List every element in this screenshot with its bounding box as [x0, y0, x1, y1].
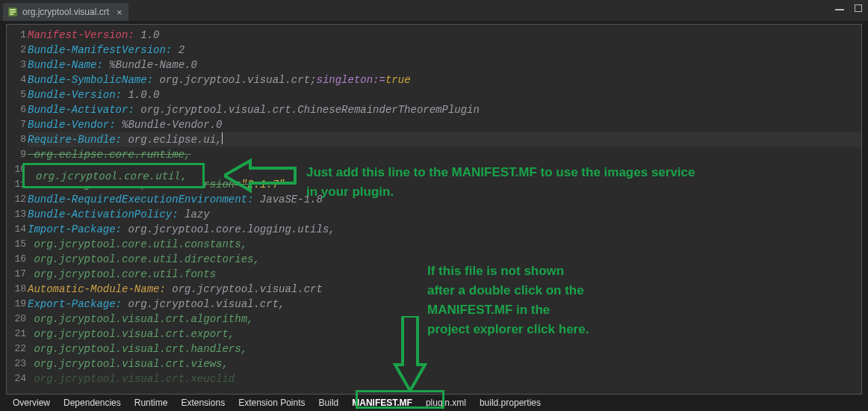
line-number: 18 — [7, 282, 28, 297]
code-line[interactable]: com.lowagie.itext;bundle-version="2.1.7" — [28, 177, 861, 192]
code-line[interactable]: Bundle-RequiredExecutionEnvironment: Jav… — [28, 192, 861, 207]
line-number: 9 — [7, 147, 28, 162]
line-number: 6 — [7, 102, 28, 117]
manifest-file-icon — [7, 7, 18, 17]
line-number: 17 — [7, 267, 28, 282]
line-number: 1 — [7, 28, 28, 43]
bottom-tab-dependencies[interactable]: Dependencies — [57, 398, 128, 408]
line-number: 3 — [7, 58, 28, 72]
line-number: 7 — [7, 117, 28, 132]
code-line[interactable]: Export-Package: org.jcryptool.visual.crt… — [28, 297, 861, 312]
code-line[interactable]: org.jcryptool.core.util.constants, — [28, 237, 861, 252]
code-line[interactable]: Bundle-Name: %Bundle-Name.0 — [28, 58, 861, 72]
code-area[interactable]: Manifest-Version: 1.0Bundle-ManifestVers… — [28, 25, 861, 386]
line-number: 2 — [7, 43, 28, 58]
minimize-icon[interactable] — [835, 9, 844, 10]
line-number: 4 — [7, 72, 28, 87]
line-number: 23 — [7, 356, 28, 371]
line-number: 16 — [7, 252, 28, 267]
code-line[interactable]: org.jcryptool.visual.crt.xeuclid — [28, 371, 861, 386]
code-line[interactable]: Manifest-Version: 1.0 — [28, 28, 861, 43]
bottom-tab-bar: OverviewDependenciesRuntimeExtensionsExt… — [6, 396, 862, 410]
svg-rect-3 — [10, 13, 13, 15]
line-number: 10 — [7, 162, 28, 177]
code-line[interactable]: Bundle-ActivationPolicy: lazy — [28, 207, 861, 222]
maximize-icon[interactable] — [855, 4, 862, 12]
code-line[interactable]: Bundle-Version: 1.0.0 — [28, 87, 861, 102]
bottom-tab-plugin-xml[interactable]: plugin.xml — [419, 398, 473, 408]
code-line[interactable]: org.jcryptool.visual.crt.handlers, — [28, 342, 861, 356]
code-line[interactable]: Import-Package: org.jcryptool.core.loggi… — [28, 222, 861, 237]
editor-tab[interactable]: org.jcryptool.visual.crt × — [3, 3, 128, 21]
bottom-tab-extension-points[interactable]: Extension Points — [232, 398, 311, 408]
code-line[interactable] — [28, 162, 861, 177]
code-line[interactable]: org.jcryptool.visual.crt.views, — [28, 356, 861, 371]
code-line[interactable]: org.eclipse.core.runtime, — [28, 147, 861, 162]
code-line[interactable]: Bundle-ManifestVersion: 2 — [28, 43, 861, 58]
line-number: 20 — [7, 312, 28, 327]
code-line[interactable]: Bundle-SymbolicName: org.jcryptool.visua… — [28, 72, 861, 87]
line-number: 19 — [7, 297, 28, 312]
svg-rect-2 — [10, 11, 16, 13]
line-number: 8 — [7, 132, 28, 147]
line-number: 13 — [7, 207, 28, 222]
bottom-tab-build[interactable]: Build — [312, 398, 346, 408]
editor-tab-bar: org.jcryptool.visual.crt × — [0, 0, 868, 21]
window-controls — [835, 4, 862, 12]
code-line[interactable]: Bundle-Vendor: %Bundle-Vendor.0 — [28, 117, 861, 132]
line-number: 15 — [7, 237, 28, 252]
code-line[interactable]: org.jcryptool.core.util.directories, — [28, 252, 861, 267]
code-line[interactable]: org.jcryptool.visual.crt.algorithm, — [28, 312, 861, 327]
line-number: 14 — [7, 222, 28, 237]
code-line[interactable]: Automatic-Module-Name: org.jcryptool.vis… — [28, 282, 861, 297]
line-number: 12 — [7, 192, 28, 207]
gutter: 123456789101112131415161718192021222324 — [7, 25, 28, 386]
bottom-tab-build-properties[interactable]: build.properties — [473, 398, 548, 408]
line-number: 5 — [7, 87, 28, 102]
code-line[interactable]: org.jcryptool.core.util.fonts — [28, 267, 861, 282]
close-tab-icon[interactable]: × — [117, 7, 123, 18]
bottom-tab-manifest-mf[interactable]: MANIFEST.MF — [345, 398, 419, 408]
line-number: 22 — [7, 342, 28, 356]
editor[interactable]: 123456789101112131415161718192021222324 … — [6, 24, 862, 395]
tab-title: org.jcryptool.visual.crt — [22, 7, 109, 17]
line-number: 24 — [7, 371, 28, 386]
bottom-tab-runtime[interactable]: Runtime — [128, 398, 175, 408]
bottom-tab-extensions[interactable]: Extensions — [174, 398, 232, 408]
line-number: 11 — [7, 177, 28, 192]
line-number: 21 — [7, 327, 28, 342]
code-line[interactable]: Require-Bundle: org.eclipse.ui, — [28, 132, 861, 147]
bottom-tab-overview[interactable]: Overview — [6, 398, 57, 408]
code-line[interactable]: Bundle-Activator: org.jcryptool.visual.c… — [28, 102, 861, 117]
svg-rect-1 — [10, 9, 16, 10]
code-line[interactable]: org.jcryptool.visual.crt.export, — [28, 327, 861, 342]
